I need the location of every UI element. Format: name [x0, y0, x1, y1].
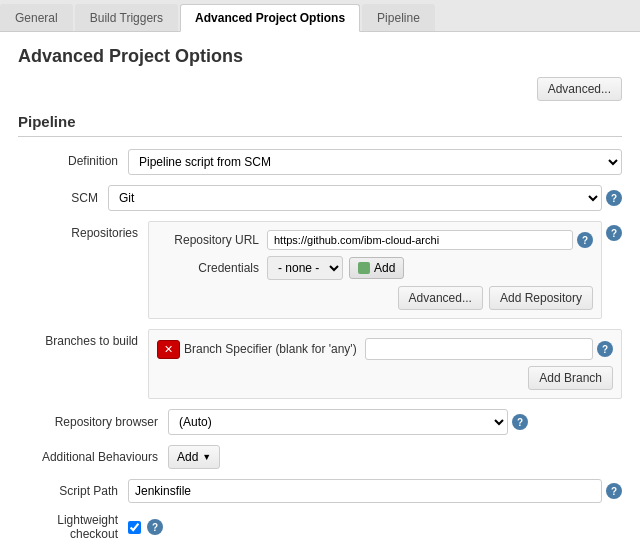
- credentials-controls: - none - Add: [267, 256, 404, 280]
- add-dropdown-button[interactable]: Add ▼: [168, 445, 220, 469]
- script-path-control: [128, 479, 602, 503]
- repo-advanced-button[interactable]: Advanced...: [398, 286, 483, 310]
- scm-control: Git: [108, 185, 602, 211]
- add-branch-button[interactable]: Add Branch: [528, 366, 613, 390]
- definition-control: Pipeline script from SCM: [128, 149, 622, 175]
- repo-browser-select[interactable]: (Auto): [168, 409, 508, 435]
- tab-build-triggers[interactable]: Build Triggers: [75, 4, 178, 31]
- lightweight-row: Lightweight checkout ?: [18, 513, 622, 541]
- repo-url-help-icon[interactable]: ?: [577, 232, 593, 248]
- add-repository-button[interactable]: Add Repository: [489, 286, 593, 310]
- branch-specifier-help-icon[interactable]: ?: [597, 341, 613, 357]
- branch-specifier-label: Branch Specifier (blank for 'any'): [184, 342, 357, 356]
- pipeline-section: Pipeline Definition Pipeline script from…: [18, 113, 622, 541]
- repositories-box: Repository URL ? Credentials - none -: [148, 221, 602, 319]
- additional-behaviours-row: Additional Behaviours Add ▼: [18, 445, 622, 469]
- additional-behaviours-label: Additional Behaviours: [38, 450, 168, 464]
- repo-browser-help-icon[interactable]: ?: [512, 414, 528, 430]
- branch-delete-button[interactable]: ✕: [157, 340, 180, 359]
- lightweight-label: Lightweight checkout: [18, 513, 128, 541]
- lightweight-checkbox[interactable]: [128, 521, 141, 534]
- branches-box-wrapper: ✕ Branch Specifier (blank for 'any') ? A…: [148, 329, 622, 399]
- tab-advanced-project-options[interactable]: Advanced Project Options: [180, 4, 360, 32]
- definition-row: Definition Pipeline script from SCM: [18, 149, 622, 175]
- scm-select[interactable]: Git: [108, 185, 602, 211]
- dropdown-arrow-icon: ▼: [202, 452, 211, 462]
- advanced-btn-row: Advanced...: [18, 77, 622, 101]
- credentials-label: Credentials: [157, 261, 267, 275]
- scm-label: SCM: [38, 191, 108, 205]
- repo-url-label: Repository URL: [157, 233, 267, 247]
- repo-browser-row: Repository browser (Auto) ?: [18, 409, 622, 435]
- page-content: Advanced Project Options Advanced... Pip…: [0, 32, 640, 550]
- scm-help-icon[interactable]: ?: [606, 190, 622, 206]
- credentials-row: Credentials - none - Add: [157, 256, 593, 280]
- add-branch-row: Add Branch: [157, 366, 613, 390]
- script-path-help-icon[interactable]: ?: [606, 483, 622, 499]
- page-title: Advanced Project Options: [18, 46, 622, 67]
- script-path-row: Script Path ?: [18, 479, 622, 503]
- repo-browser-label: Repository browser: [38, 415, 168, 429]
- repositories-label: Repositories: [38, 221, 148, 240]
- lightweight-help-icon[interactable]: ?: [147, 519, 163, 535]
- definition-select[interactable]: Pipeline script from SCM: [128, 149, 622, 175]
- key-icon: [358, 262, 370, 274]
- tab-bar: General Build Triggers Advanced Project …: [0, 0, 640, 32]
- lightweight-control: [128, 521, 141, 534]
- definition-label: Definition: [18, 149, 128, 168]
- branch-specifier-row: ✕ Branch Specifier (blank for 'any') ?: [157, 338, 613, 360]
- tab-pipeline[interactable]: Pipeline: [362, 4, 435, 31]
- repo-url-row: Repository URL ?: [157, 230, 593, 250]
- branches-label: Branches to build: [38, 329, 148, 348]
- advanced-button[interactable]: Advanced...: [537, 77, 622, 101]
- repo-action-buttons: Advanced... Add Repository: [157, 286, 593, 310]
- branches-box: ✕ Branch Specifier (blank for 'any') ? A…: [148, 329, 622, 399]
- script-path-label: Script Path: [18, 484, 128, 498]
- pipeline-section-title: Pipeline: [18, 113, 622, 137]
- branches-section: Branches to build ✕ Branch Specifier (bl…: [18, 329, 622, 399]
- scm-row: SCM Git ?: [18, 185, 622, 211]
- credentials-select[interactable]: - none -: [267, 256, 343, 280]
- repositories-section: Repositories Repository URL ? Credential…: [18, 221, 622, 319]
- credentials-add-button[interactable]: Add: [349, 257, 404, 279]
- repo-url-input[interactable]: [267, 230, 573, 250]
- repositories-box-wrapper: Repository URL ? Credentials - none -: [148, 221, 602, 319]
- tab-general[interactable]: General: [0, 4, 73, 31]
- repositories-help-icon[interactable]: ?: [606, 225, 622, 241]
- branch-specifier-input[interactable]: [365, 338, 593, 360]
- script-path-input[interactable]: [128, 479, 602, 503]
